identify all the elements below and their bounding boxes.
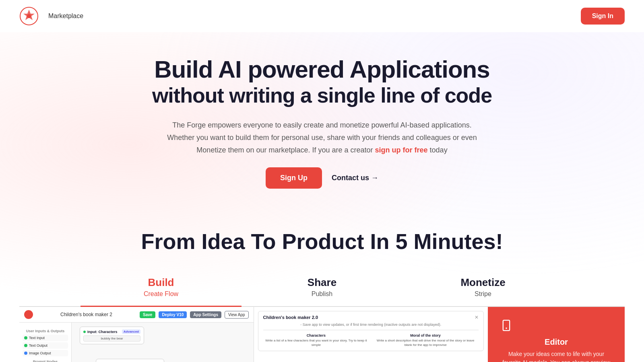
hero-actions: Sign Up Contact us →	[19, 167, 625, 189]
mock-dot-blue	[24, 352, 27, 355]
mock-form-col-moral: Moral of the story Write a short descrip…	[372, 333, 479, 347]
mock-logo	[24, 310, 33, 319]
mock-field-characters-label: Characters	[263, 333, 369, 337]
content-area: Children's book maker 2 Save Deploy V10 …	[19, 307, 625, 362]
mock-input-val-1: bubbly the bear	[83, 335, 140, 341]
svg-rect-2	[503, 320, 510, 331]
mock-node-badge-1: Advanced	[122, 329, 140, 334]
mock-app-name-label: Children's book maker 2	[36, 312, 136, 317]
tabs-row: Build Create Flow Share Publish Monetize…	[19, 270, 625, 307]
contact-us-link[interactable]: Contact us →	[332, 174, 378, 182]
mock-viewapp-btn[interactable]: View App	[225, 311, 249, 319]
nav-marketplace-link[interactable]: Marketplace	[48, 12, 83, 20]
mock-sidebar-text-input: Text Input	[23, 335, 68, 341]
mock-dot-green	[24, 336, 27, 339]
hero-title-line1: Build AI powered Applications	[19, 56, 625, 83]
mock-form-col-characters: Characters Write a list of a few charact…	[263, 333, 369, 347]
signin-button[interactable]: Sign In	[581, 8, 625, 25]
mock-dialog-close-icon[interactable]: ✕	[475, 315, 479, 320]
mock-text-output-label: Text Output	[29, 343, 47, 348]
mock-node-moral: Input: Moral of the story Advanced Likes…	[96, 359, 164, 362]
hero-description: The Forge empowers everyone to easily cr…	[165, 119, 479, 156]
tab-monetize-label: Monetize	[402, 276, 564, 289]
mock-dialog-container: Children's book maker 2.0 ✕ - Save app t…	[254, 307, 488, 355]
features-title: From Idea To Product In 5 Minutes!	[19, 229, 625, 254]
editor-card-icon	[499, 318, 514, 333]
tab-share-label: Share	[242, 276, 402, 289]
phone-icon	[501, 320, 512, 331]
mock-dialog-title-text: Children's book maker 2.0	[263, 315, 318, 320]
editor-card-desc: Make your ideas come to life with your f…	[499, 350, 613, 362]
mock-sidebar-image-output: Image Output	[23, 350, 68, 356]
tab-build-sublabel: Create Flow	[80, 290, 242, 298]
mock-dot-green-2	[24, 344, 27, 347]
mock-section-label-2: Prompt Nodes	[23, 360, 68, 362]
mock-dialog-header: Children's book maker 2.0 ✕	[263, 315, 479, 320]
mock-field-characters-text: Write a list of a few characters that yo…	[263, 338, 369, 347]
mock-sidebar: User Inputs & Outputs Text Input Text Ou…	[19, 323, 72, 362]
svg-point-3	[506, 327, 507, 329]
navbar: Marketplace Sign In	[0, 0, 644, 32]
hero-desc-text2: today	[428, 146, 448, 154]
mock-field-moral-text: Write a short description that will driv…	[372, 338, 479, 347]
mock-form-row: Characters Write a list of a few charact…	[263, 333, 479, 347]
tab-monetize[interactable]: Monetize Stripe	[402, 270, 564, 306]
right-feature-panel: Editor Make your ideas come to life with…	[488, 307, 625, 362]
tab-build[interactable]: Build Create Flow	[80, 270, 242, 307]
tab-share-sublabel: Publish	[242, 290, 402, 298]
mock-field-moral-label: Moral of the story	[372, 333, 479, 337]
mock-text-input-label: Text Input	[29, 336, 45, 340]
features-section: From Idea To Product In 5 Minutes! Build…	[0, 205, 644, 362]
mock-save-btn[interactable]: Save	[140, 311, 155, 318]
hero-section: Build AI powered Applications without wr…	[0, 32, 644, 205]
signup-button[interactable]: Sign Up	[266, 167, 322, 189]
mock-dialog-subtitle-text: - Save app to view updates, or if first …	[263, 323, 479, 327]
mock-topbar: Children's book maker 2 Save Deploy V10 …	[19, 307, 254, 323]
mock-section-label-1: User Inputs & Outputs	[23, 329, 68, 333]
mock-image-output-label: Image Output	[29, 351, 51, 355]
mock-node-dot-1	[83, 331, 86, 333]
nav-left: Marketplace	[19, 6, 83, 26]
tab-monetize-sublabel: Stripe	[402, 290, 564, 298]
tab-build-label: Build	[80, 276, 242, 289]
mock-deploy-btn[interactable]: Deploy V10	[159, 311, 187, 318]
app-preview-screenshot: Children's book maker 2.0 ✕ - Save app t…	[254, 307, 488, 362]
svg-point-1	[27, 14, 31, 18]
flow-editor-screenshot: Children's book maker 2 Save Deploy V10 …	[19, 307, 254, 362]
mock-canvas: Input: Characters Advanced bubbly the be…	[72, 323, 254, 362]
logo-icon	[19, 6, 39, 26]
editor-feature-card: Editor Make your ideas come to life with…	[488, 307, 625, 362]
hero-title-line2: without writing a single line of code	[19, 83, 625, 108]
mock-settings-btn[interactable]: App Settings	[190, 311, 221, 318]
mock-editor-body: User Inputs & Outputs Text Input Text Ou…	[19, 323, 254, 362]
mock-sidebar-text-output: Text Output	[23, 342, 68, 349]
editor-card-title: Editor	[499, 337, 613, 347]
screenshot-area: Children's book maker 2 Save Deploy V10 …	[19, 307, 488, 362]
mock-dialog: Children's book maker 2.0 ✕ - Save app t…	[258, 311, 484, 351]
tab-share[interactable]: Share Publish	[242, 270, 402, 306]
mock-node-header-1: Input: Characters Advanced	[83, 329, 140, 334]
mock-node-characters: Input: Characters Advanced bubbly the be…	[80, 327, 144, 344]
signup-free-link[interactable]: sign up for free	[375, 146, 428, 154]
mock-node-label-1: Input: Characters	[87, 330, 118, 334]
